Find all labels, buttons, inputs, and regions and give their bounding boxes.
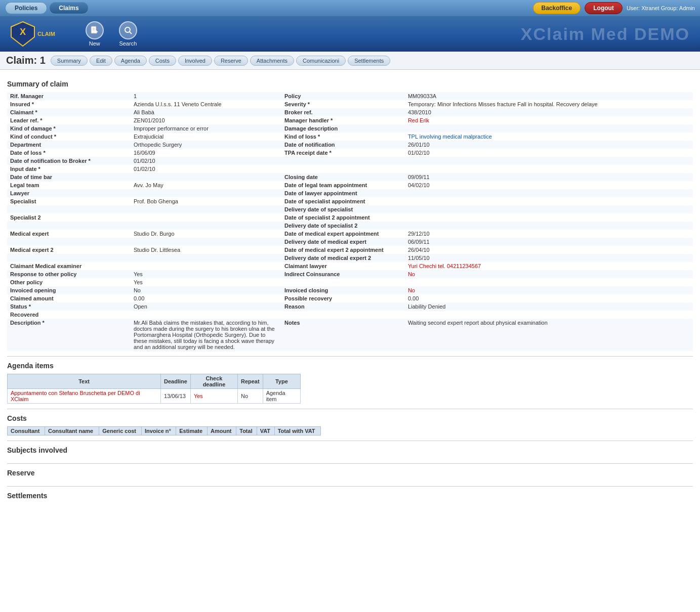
tab-edit[interactable]: Edit (90, 56, 112, 66)
summary-label: Response to other policy (7, 270, 131, 278)
summary-value2: 11/05/10 (405, 254, 693, 262)
summary-label2 (281, 278, 405, 286)
summary-value2 (405, 213, 693, 222)
costs-column-header: Consultant (8, 427, 45, 435)
tab-summary[interactable]: Summary (51, 56, 88, 66)
summary-label2: Severity * (281, 100, 405, 108)
new-icon-svg (90, 25, 100, 35)
summary-value: Extrajudicial (131, 133, 281, 141)
tab-costs[interactable]: Costs (149, 56, 176, 66)
summary-label: Invoiced opening (7, 286, 131, 294)
summary-label2: Delivery date of specialist (281, 205, 405, 213)
summary-value (131, 173, 281, 181)
subjects-section-header: Subjects involved (7, 446, 693, 455)
summary-value: Avv. Jo May (131, 181, 281, 189)
summary-label2: Date of medical expert appointment (281, 230, 405, 238)
header-bar: X CLAIM New (0, 16, 700, 52)
nav-search-item[interactable]: Search (119, 21, 137, 47)
summary-label: Specialist (7, 197, 131, 205)
summary-value2: 0.00 (405, 294, 693, 302)
nav-icons: New Search (86, 21, 137, 47)
summary-label2: Policy (281, 92, 405, 100)
summary-value: Studio Dr. Burgo (131, 230, 281, 238)
summary-label2: Date of specialist appointment (281, 197, 405, 205)
settlements-section-header: Settlements (7, 492, 693, 501)
summary-value (131, 205, 281, 213)
summary-value2: 26/01/10 (405, 141, 693, 149)
summary-label: Status * (7, 302, 131, 311)
agenda-row: Appuntamento con Stefano Bruschetta per … (8, 389, 301, 404)
summary-value: Studio Dr. Littlesea (131, 246, 281, 254)
summary-value2: TPL involving medical malpractice (405, 133, 693, 141)
tab-settlements[interactable]: Settlements (348, 56, 390, 66)
nav-new-item[interactable]: New (86, 21, 104, 47)
summary-value2: 01/02/10 (405, 149, 693, 157)
summary-value2: Waiting second expert report about physi… (405, 319, 693, 351)
summary-value2 (405, 197, 693, 205)
tab-comunicazioni[interactable]: Comunicazioni (296, 56, 346, 66)
costs-column-header: Estimate (176, 427, 208, 435)
claim-label: Claim: (6, 55, 37, 66)
logo-claim-text: CLAIM (37, 31, 55, 37)
summary-value2: No (405, 286, 693, 294)
summary-value: ZEN01/2010 (131, 116, 281, 124)
summary-value: Yes (131, 270, 281, 278)
summary-label: Medical expert (7, 230, 131, 238)
content-area: Summary of claim Rif. Manager1PolicyMM09… (0, 70, 700, 514)
costs-column-header: Invoice n° (141, 427, 176, 435)
summary-value2 (405, 165, 693, 173)
reserve-section-header: Reserve (7, 469, 693, 478)
summary-value: 01/02/10 (131, 157, 281, 165)
user-info: User: Xtranet Group: Admin (627, 5, 695, 11)
summary-section-header: Summary of claim (7, 80, 693, 89)
summary-label: Specialist 2 (7, 213, 131, 222)
summary-label2: Possible recovery (281, 294, 405, 302)
summary-value2: No (405, 270, 693, 278)
summary-value (131, 222, 281, 230)
summary-label: Medical expert 2 (7, 246, 131, 254)
summary-table: Rif. Manager1PolicyMM09033AInsured *Azie… (7, 92, 693, 351)
summary-value2: 26/04/10 (405, 246, 693, 254)
summary-label: Other policy (7, 278, 131, 286)
claims-button[interactable]: Claims (49, 2, 88, 14)
tab-attachments[interactable]: Attachments (250, 56, 294, 66)
backoffice-button[interactable]: Backoffice (533, 2, 581, 14)
summary-label: Rif. Manager (7, 92, 131, 100)
summary-value2 (405, 189, 693, 197)
logo-text-area: CLAIM (37, 31, 55, 37)
summary-label2: Invoiced closing (281, 286, 405, 294)
logout-button[interactable]: Logout (585, 2, 623, 14)
summary-value2 (405, 311, 693, 319)
summary-label: Date of time bar (7, 173, 131, 181)
claim-title: Claim: 1 (6, 55, 46, 66)
summary-label (7, 205, 131, 213)
tab-reserve[interactable]: Reserve (214, 56, 248, 66)
summary-value: Orthopedic Surgery (131, 141, 281, 149)
summary-label2: Date of specialist 2 appointment (281, 213, 405, 222)
summary-label2: TPA receipt date * (281, 149, 405, 157)
summary-label: Legal team (7, 181, 131, 189)
svg-point-7 (125, 27, 130, 32)
agenda-table: TextDeadlineCheck deadlineRepeatTypeAppu… (7, 374, 301, 404)
summary-value: Prof. Bob Ghenga (131, 197, 281, 205)
policies-button[interactable]: Policies (5, 2, 47, 14)
summary-label2: Date of legal team appointment (281, 181, 405, 189)
summary-value: Azienda U.l.s.s. 11 Veneto Centrale (131, 100, 281, 108)
search-icon-svg (123, 25, 133, 35)
top-right-area: Backoffice Logout User: Xtranet Group: A… (533, 2, 695, 14)
summary-label2: Broker ref. (281, 108, 405, 116)
search-icon (119, 21, 137, 39)
summary-value2: 09/09/11 (405, 173, 693, 181)
summary-label: Department (7, 141, 131, 149)
summary-value2: 06/09/11 (405, 238, 693, 246)
tab-involved[interactable]: Involved (178, 56, 212, 66)
summary-label2: Damage description (281, 124, 405, 133)
new-label: New (89, 40, 100, 47)
tab-agenda[interactable]: Agenda (114, 56, 147, 66)
app-title: XClaim Med DEMO (521, 24, 690, 44)
summary-label2: Closing date (281, 173, 405, 181)
summary-value (131, 254, 281, 262)
new-icon (86, 21, 104, 39)
summary-label: Input date * (7, 165, 131, 173)
summary-value (131, 311, 281, 319)
